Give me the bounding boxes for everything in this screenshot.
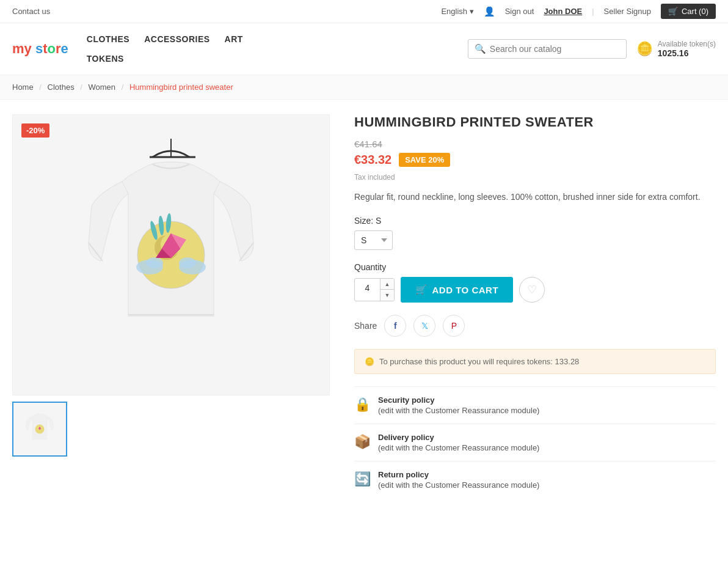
delivery-policy-desc: (edit with the Customer Reassurance modu… [378, 443, 539, 452]
price-new: €33.32 [354, 153, 391, 167]
return-policy-desc: (edit with the Customer Reassurance modu… [378, 480, 539, 490]
add-to-cart-label: ADD TO CART [432, 285, 499, 295]
breadcrumb-clothes[interactable]: Clothes [48, 83, 75, 92]
main-nav: CLOTHES ACCESSORIES ART TOKENS [87, 29, 243, 68]
tokens-box: 🪙 Available token(s) 1025.16 [636, 40, 716, 58]
share-row: Share f 𝕏 P [354, 315, 716, 337]
security-policy-icon: 🔒 [354, 397, 371, 413]
nav-art[interactable]: ART [225, 29, 243, 49]
product-title: HUMMINGBIRD PRINTED SWEATER [354, 114, 716, 130]
main-image[interactable]: -20% [12, 114, 330, 395]
quantity-increment[interactable]: ▲ [380, 279, 394, 290]
cart-icon: 🛒 [668, 7, 678, 16]
quantity-row: 4 ▲ ▼ 🛒 ADD TO CART ♡ [354, 277, 716, 303]
username-link[interactable]: John DOE [544, 7, 582, 16]
heart-icon: ♡ [527, 283, 537, 296]
cart-icon-btn: 🛒 [415, 284, 428, 295]
save-badge: SAVE 20% [399, 153, 450, 167]
discount-badge: -20% [21, 123, 49, 138]
logo-my: my [12, 41, 32, 56]
delivery-policy-icon: 📦 [354, 434, 371, 450]
delivery-policy-title: Delivery policy [378, 433, 539, 442]
search-icon: 🔍 [475, 43, 486, 54]
quantity-stepper[interactable]: 4 ▲ ▼ [354, 278, 395, 301]
pinterest-share-button[interactable]: P [443, 315, 465, 337]
search-input[interactable] [490, 44, 620, 54]
search-box: 🔍 [468, 39, 627, 59]
price-old: €41.64 [354, 139, 716, 149]
price-row: €33.32 SAVE 20% [354, 153, 716, 167]
add-to-cart-button[interactable]: 🛒 ADD TO CART [401, 277, 513, 303]
delivery-policy-row: 📦 Delivery policy (edit with the Custome… [354, 424, 716, 461]
cart-button[interactable]: 🛒 Cart (0) [661, 4, 716, 19]
share-label: Share [354, 321, 377, 331]
language-selector[interactable]: English ▾ [441, 7, 473, 16]
thumbnail-1[interactable] [12, 402, 67, 457]
quantity-controls: ▲ ▼ [380, 279, 394, 301]
product-description: Regular fit, round neckline, long sleeve… [354, 190, 716, 204]
return-policy-row: 🔄 Return policy (edit with the Customer … [354, 461, 716, 498]
contact-link[interactable]: Contact us [12, 7, 50, 16]
user-icon: 👤 [484, 6, 495, 17]
facebook-share-button[interactable]: f [384, 315, 406, 337]
header: my store CLOTHES ACCESSORIES ART TOKENS … [0, 23, 728, 75]
logo[interactable]: my store [12, 41, 68, 57]
twitter-share-button[interactable]: 𝕏 [413, 315, 435, 337]
security-policy-title: Security policy [378, 395, 539, 405]
token-notice-text: To purchase this product you will requir… [379, 357, 579, 366]
facebook-icon: f [394, 321, 397, 331]
return-policy-icon: 🔄 [354, 471, 371, 487]
size-label: Size: S [354, 216, 716, 226]
breadcrumb-current: Hummingbird printed sweater [129, 83, 233, 92]
signout-link[interactable]: Sign out [505, 7, 534, 16]
seller-signup-link[interactable]: Seller Signup [604, 7, 651, 16]
quantity-decrement[interactable]: ▼ [380, 290, 394, 301]
size-select[interactable]: S M L XL XXL [354, 230, 393, 250]
svg-point-8 [179, 257, 196, 268]
nav-clothes[interactable]: CLOTHES [87, 29, 129, 49]
product-details: HUMMINGBIRD PRINTED SWEATER €41.64 €33.3… [354, 114, 716, 498]
main-content: -20% [0, 100, 728, 513]
nav-tokens[interactable]: TOKENS [87, 49, 124, 68]
tokens-label: Available token(s) [658, 40, 716, 48]
wishlist-button[interactable]: ♡ [519, 277, 545, 303]
top-bar: Contact us English ▾ 👤 Sign out John DOE… [0, 0, 728, 23]
tax-note: Tax included [354, 173, 716, 182]
pinterest-icon: P [451, 321, 457, 331]
security-policy-desc: (edit with the Customer Reassurance modu… [378, 406, 539, 415]
svg-point-7 [146, 257, 163, 268]
quantity-label: Quantity [354, 262, 716, 272]
breadcrumb-women[interactable]: Women [89, 83, 116, 92]
token-notice-icon: 🪙 [365, 357, 374, 366]
product-image-svg [55, 127, 287, 383]
tokens-amount: 1025.16 [658, 48, 716, 58]
quantity-value: 4 [355, 279, 380, 301]
tokens-icon: 🪙 [636, 41, 653, 57]
product-images: -20% [12, 114, 330, 498]
breadcrumb: Home / Clothes / Women / Hummingbird pri… [0, 75, 728, 100]
thumbnail-row [12, 402, 330, 457]
security-policy-row: 🔒 Security policy (edit with the Custome… [354, 386, 716, 424]
cart-label: Cart (0) [682, 7, 708, 16]
nav-accessories[interactable]: ACCESSORIES [144, 29, 209, 49]
header-right: 🔍 🪙 Available token(s) 1025.16 [468, 39, 716, 59]
return-policy-title: Return policy [378, 470, 539, 479]
breadcrumb-home[interactable]: Home [12, 83, 34, 92]
twitter-icon: 𝕏 [421, 321, 428, 331]
token-notice: 🪙 To purchase this product you will requ… [354, 349, 716, 374]
